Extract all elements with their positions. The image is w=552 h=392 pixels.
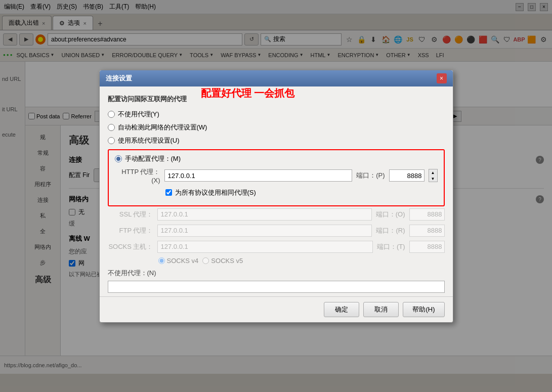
socks-v5-radio[interactable] xyxy=(202,257,209,264)
no-proxy-option[interactable]: 不使用代理(Y) xyxy=(108,110,445,119)
cancel-button[interactable]: 取消 xyxy=(363,302,399,317)
confirm-button[interactable]: 确定 xyxy=(324,302,359,317)
http-proxy-row: HTTP 代理：(X) 端口：(P) ▲ ▼ xyxy=(115,167,438,184)
auto-detect-radio[interactable] xyxy=(108,124,115,131)
modal-overlay: 连接设置 × 配置好代理 一会抓包 配置访问国际互联网的代理 不使用代理(Y) … xyxy=(0,0,552,392)
same-proxy-checkbox[interactable] xyxy=(165,189,172,196)
socks-host-input[interactable] xyxy=(157,241,373,253)
socks-v4-option[interactable]: SOCKS v4 xyxy=(158,257,199,265)
http-port-down[interactable]: ▼ xyxy=(429,176,437,182)
http-port-up[interactable]: ▲ xyxy=(429,169,437,176)
socks-v4-radio[interactable] xyxy=(158,257,165,264)
no-proxy-field-input[interactable] xyxy=(108,281,445,293)
auto-detect-option-label: 自动检测此网络的代理设置(W) xyxy=(118,123,207,132)
ssl-proxy-input[interactable] xyxy=(157,208,372,221)
modal-body: 配置好代理 一会抓包 配置访问国际互联网的代理 不使用代理(Y) 自动检测此网络… xyxy=(100,86,453,296)
socks-port-input[interactable] xyxy=(409,241,445,253)
http-port-label: 端口：(P) xyxy=(356,171,385,180)
no-proxy-option-label: 不使用代理(Y) xyxy=(118,110,159,119)
same-proxy-label: 为所有协议使用相同代理(S) xyxy=(175,188,256,197)
http-port-spinner[interactable]: ▲ ▼ xyxy=(429,169,438,182)
socks-v4-label: SOCKS v4 xyxy=(167,257,199,265)
ftp-port-label: 端口：(R) xyxy=(376,226,405,235)
help-button[interactable]: 帮助(H) xyxy=(403,302,444,317)
socks-v5-label: SOCKS v5 xyxy=(211,257,243,265)
system-proxy-radio[interactable] xyxy=(108,137,115,144)
socks-host-label: SOCKS 主机： xyxy=(108,242,153,251)
same-proxy-row: 为所有协议使用相同代理(S) xyxy=(165,188,438,197)
modal-footer: 确定 取消 帮助(H) xyxy=(100,296,453,322)
connection-settings-modal: 连接设置 × 配置好代理 一会抓包 配置访问国际互联网的代理 不使用代理(Y) … xyxy=(99,70,453,323)
no-proxy-radio[interactable] xyxy=(108,111,115,118)
ftp-proxy-input[interactable] xyxy=(157,225,372,237)
modal-close-button[interactable]: × xyxy=(437,73,447,83)
no-proxy-field-label: 不使用代理：(N) xyxy=(108,269,445,278)
annotation-text: 配置好代理 一会抓包 xyxy=(201,86,448,100)
auto-detect-option[interactable]: 自动检测此网络的代理设置(W) xyxy=(108,123,445,132)
socks-version-row: SOCKS v4 SOCKS v5 xyxy=(158,257,445,265)
modal-title: 连接设置 xyxy=(106,74,132,83)
manual-proxy-box: 手动配置代理：(M) HTTP 代理：(X) 端口：(P) ▲ ▼ 为所有 xyxy=(108,149,445,206)
ssl-proxy-row: SSL 代理： 端口：(O) xyxy=(108,208,445,221)
ftp-proxy-row: FTP 代理： 端口：(R) xyxy=(108,225,445,237)
socks-proxy-row: SOCKS 主机： 端口：(T) xyxy=(108,241,445,253)
socks-port-label: 端口：(T) xyxy=(377,242,405,251)
manual-proxy-option-label: 手动配置代理：(M) xyxy=(125,154,181,163)
http-proxy-label: HTTP 代理：(X) xyxy=(115,167,160,184)
ssl-port-label: 端口：(O) xyxy=(376,210,405,219)
modal-header: 连接设置 × xyxy=(100,70,453,86)
system-proxy-option[interactable]: 使用系统代理设置(U) xyxy=(108,136,445,145)
manual-proxy-radio[interactable] xyxy=(115,155,122,162)
ssl-port-input[interactable] xyxy=(409,208,445,221)
socks-v5-option[interactable]: SOCKS v5 xyxy=(202,257,243,265)
system-proxy-option-label: 使用系统代理设置(U) xyxy=(118,136,180,145)
http-port-input[interactable] xyxy=(389,169,424,182)
manual-proxy-option[interactable]: 手动配置代理：(M) xyxy=(115,154,438,163)
ftp-port-input[interactable] xyxy=(409,225,445,237)
http-proxy-input[interactable] xyxy=(164,169,353,182)
ssl-proxy-label: SSL 代理： xyxy=(108,210,153,219)
ftp-proxy-label: FTP 代理： xyxy=(108,226,153,235)
no-proxy-section: 不使用代理：(N) xyxy=(108,269,445,296)
